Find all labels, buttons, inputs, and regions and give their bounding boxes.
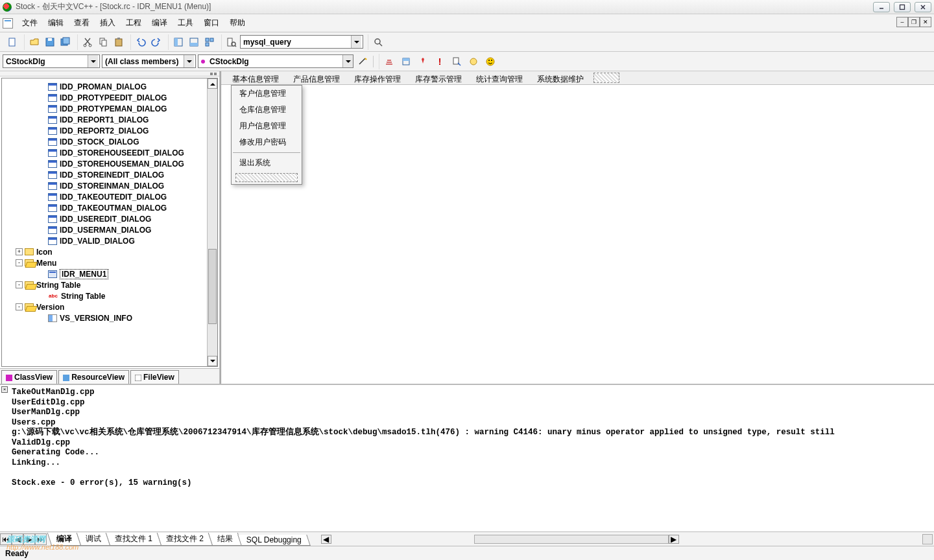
menu-3[interactable]: 插入 bbox=[95, 15, 121, 31]
submenu-item[interactable]: 修改用户密码 bbox=[232, 134, 302, 150]
find-combo[interactable] bbox=[240, 35, 363, 49]
tree-item[interactable]: IDD_STOREINMAN_DIALOG bbox=[2, 180, 217, 191]
workspace-tab-fileview[interactable]: FileView bbox=[130, 370, 179, 384]
open-file-button[interactable] bbox=[27, 35, 42, 49]
new-file-button[interactable] bbox=[5, 35, 19, 49]
menu-6[interactable]: 工具 bbox=[173, 15, 198, 31]
stop-build-button[interactable] bbox=[416, 54, 430, 69]
tree-item[interactable]: IDD_PROTYPEEDIT_DIALOG bbox=[2, 92, 217, 103]
close-button[interactable] bbox=[915, 2, 931, 12]
paste-button[interactable] bbox=[112, 35, 126, 49]
menu-8[interactable]: 帮助 bbox=[224, 15, 250, 31]
dropdown-arrow-icon[interactable] bbox=[342, 55, 353, 67]
submenu-item[interactable]: 退出系统 bbox=[232, 155, 302, 171]
hscroll-track[interactable] bbox=[474, 535, 669, 544]
menu-editor-item[interactable]: 系统数据维护 bbox=[530, 71, 591, 84]
dropdown-arrow-icon[interactable] bbox=[88, 55, 98, 67]
member-combo[interactable] bbox=[198, 54, 353, 68]
output-tab-first-button[interactable]: ⏮ bbox=[0, 533, 12, 545]
menu-editor-item[interactable]: 统计查询管理 bbox=[469, 71, 530, 84]
find-input[interactable] bbox=[241, 36, 351, 48]
output-close-button[interactable]: × bbox=[1, 386, 8, 393]
menu-5[interactable]: 编译 bbox=[147, 15, 173, 31]
tree-item[interactable]: VS_VERSION_INFO bbox=[2, 312, 217, 323]
hscroll-right-button[interactable]: ▶ bbox=[669, 535, 679, 544]
tree-item[interactable]: IDD_PROMAN_DIALOG bbox=[2, 81, 217, 92]
menu-1[interactable]: 编辑 bbox=[43, 15, 69, 31]
tree-item[interactable]: +Icon bbox=[2, 246, 217, 257]
menu-4[interactable]: 工程 bbox=[121, 15, 147, 31]
tree-scrollbar[interactable] bbox=[207, 78, 217, 366]
output-tab-next-button[interactable]: ▶ bbox=[23, 533, 35, 545]
cut-button[interactable] bbox=[80, 35, 95, 49]
class-combo-input[interactable] bbox=[3, 55, 88, 67]
filter-combo-input[interactable] bbox=[102, 55, 184, 67]
tree-item[interactable]: IDD_VALID_DIALOG bbox=[2, 235, 217, 246]
workspace-tab-classview[interactable]: ClassView bbox=[1, 370, 57, 384]
go-button[interactable] bbox=[449, 54, 464, 69]
menu-2[interactable]: 查看 bbox=[69, 15, 95, 31]
tree-item[interactable]: -Menu bbox=[2, 257, 217, 268]
member-combo-input[interactable] bbox=[207, 55, 342, 67]
submenu-new-item[interactable] bbox=[235, 173, 298, 182]
tree-item[interactable]: IDD_STOREINEDIT_DIALOG bbox=[2, 169, 217, 180]
output-tab[interactable]: 编译 bbox=[47, 533, 81, 546]
scroll-thumb[interactable] bbox=[208, 249, 217, 323]
tree-item[interactable]: abcString Table bbox=[2, 290, 217, 301]
scroll-down-button[interactable] bbox=[208, 356, 217, 366]
compile-button[interactable] bbox=[382, 54, 396, 69]
output-tab[interactable]: 调试 bbox=[77, 533, 110, 546]
tree-item[interactable]: IDD_TAKEOUTEDIT_DIALOG bbox=[2, 191, 217, 202]
scroll-up-button[interactable] bbox=[208, 78, 217, 89]
maximize-button[interactable] bbox=[894, 2, 911, 12]
tree-item[interactable]: IDD_TAKEOUTMAN_DIALOG bbox=[2, 202, 217, 213]
menu-editor-item[interactable]: 基本信息管理 bbox=[225, 71, 286, 84]
minimize-button[interactable] bbox=[873, 2, 890, 12]
class-combo[interactable] bbox=[3, 54, 100, 68]
tree-item[interactable]: IDD_STOREHOUSEMAN_DIALOG bbox=[2, 158, 217, 169]
tree-item[interactable]: IDD_PROTYPEMAN_DIALOG bbox=[2, 103, 217, 114]
menu-editor-item[interactable]: 库存操作管理 bbox=[347, 71, 408, 84]
tree-item[interactable]: IDD_REPORT1_DIALOG bbox=[2, 114, 217, 125]
find-in-files-button[interactable] bbox=[224, 35, 239, 49]
output-button[interactable] bbox=[187, 35, 201, 49]
tree-item[interactable]: IDD_STOCK_DIALOG bbox=[2, 136, 217, 147]
menu-editor-item[interactable]: 库存警示管理 bbox=[408, 71, 469, 84]
output-tab[interactable]: 查找文件 1 bbox=[106, 533, 162, 546]
undo-button[interactable] bbox=[134, 35, 148, 49]
output-tab-prev-button[interactable]: ◀ bbox=[12, 533, 23, 545]
workspace-button[interactable] bbox=[171, 35, 186, 49]
output-scroll-up-button[interactable] bbox=[922, 534, 933, 544]
hscroll-left-button[interactable]: ◀ bbox=[321, 535, 331, 544]
tree-item[interactable]: -Version bbox=[2, 301, 217, 312]
redo-button[interactable] bbox=[149, 35, 163, 49]
panel-gripper[interactable] bbox=[0, 71, 219, 76]
mdi-minimize-button[interactable]: – bbox=[896, 17, 908, 27]
menu-editor-item[interactable]: 产品信息管理 bbox=[286, 71, 347, 84]
mdi-close-button[interactable]: ✕ bbox=[920, 17, 931, 27]
output-text[interactable]: TakeOutManDlg.cpp UserEditDlg.cpp UserMa… bbox=[0, 385, 934, 531]
submenu-item[interactable]: 客户信息管理 bbox=[232, 86, 302, 102]
tree-item[interactable]: IDR_MENU1 bbox=[2, 268, 217, 279]
save-button[interactable] bbox=[43, 35, 57, 49]
build-button[interactable] bbox=[399, 54, 413, 69]
filter-combo[interactable] bbox=[102, 54, 196, 68]
tree-item[interactable]: IDD_REPORT2_DIALOG bbox=[2, 125, 217, 136]
save-all-button[interactable] bbox=[58, 35, 73, 49]
dropdown-arrow-icon[interactable] bbox=[351, 36, 361, 48]
output-tab[interactable]: 查找文件 2 bbox=[157, 533, 213, 546]
menu-editor-new-item[interactable] bbox=[593, 73, 619, 83]
smiley-button[interactable] bbox=[483, 54, 497, 69]
dropdown-arrow-icon[interactable] bbox=[184, 55, 194, 67]
window-list-button[interactable] bbox=[202, 35, 217, 49]
tree-item[interactable]: IDD_STOREHOUSEEDIT_DIALOG bbox=[2, 147, 217, 158]
tree-item[interactable]: IDD_USEREDIT_DIALOG bbox=[2, 213, 217, 224]
wizard-action-button[interactable] bbox=[355, 54, 370, 69]
output-tab-last-button[interactable]: ⏭ bbox=[35, 533, 47, 545]
tree-item[interactable]: -String Table bbox=[2, 279, 217, 290]
tree-item[interactable]: IDD_USERMAN_DIALOG bbox=[2, 224, 217, 235]
find-button[interactable] bbox=[371, 35, 385, 49]
output-tab[interactable]: SQL Debugging bbox=[237, 535, 310, 546]
breakpoint-button[interactable] bbox=[466, 54, 481, 69]
copy-button[interactable] bbox=[96, 35, 110, 49]
